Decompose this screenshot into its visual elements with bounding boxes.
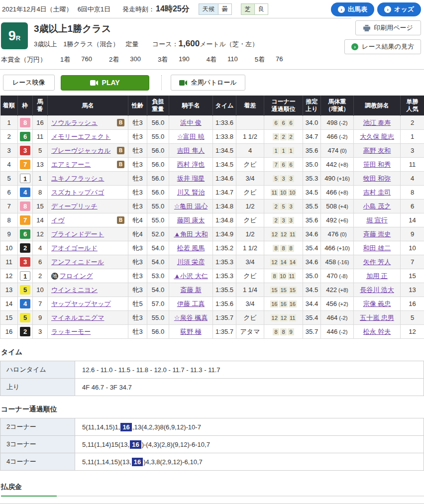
frame-cell: 8 [18,200,33,213]
last-3f: 35.4 [303,241,321,255]
horse-link[interactable]: ディープリッチ [51,202,98,211]
trainer-link[interactable]: 吉村 圭司 [363,189,391,196]
horse-link[interactable]: ウインミニヨン [51,286,98,295]
jockey-link[interactable]: 坂井 瑠星 [177,175,205,182]
horse-link[interactable]: ラッキーモー [51,327,91,336]
finish-position: 6 [0,186,18,200]
horse-link[interactable]: イヴ [51,216,65,225]
frame-number-badge: 5 [20,313,30,322]
winner-highlight: 16 [130,440,141,449]
horse-number: 10 [33,283,48,297]
trainer-cell: 松永 幹夫 [354,325,401,339]
play-button[interactable]: PLAY [61,75,149,91]
jockey-link[interactable]: 西村 淳也 [177,161,205,168]
trainer-link[interactable]: 笹田 和秀 [363,161,391,168]
horse-link[interactable]: エアミアーニ [51,160,91,169]
jockey-link[interactable]: 川須 栄彦 [177,258,205,266]
margin: 3/4 [236,255,264,269]
horse-link[interactable]: フロイング [60,272,93,281]
trainer-link[interactable]: 高野 友和 [363,147,391,154]
trainer-link[interactable]: 和田 雄二 [363,244,391,252]
finish-time: 1:35.7 [213,325,236,339]
horse-link[interactable]: ヤップヤップヤップ [51,300,111,308]
time-row: 上り 4F 46.7 - 3F 34.7 [0,379,424,396]
finish-position: 5 [0,172,18,186]
jockey-link[interactable]: 伊藤 工真 [177,300,205,307]
trainer-link[interactable]: 五十嵐 忠男 [360,314,394,321]
carried-weight: 55.0 [147,311,169,325]
carried-weight: 56.0 [147,116,169,130]
jockey-cell: 伊藤 工真 [169,297,213,311]
column-header: 負担重量 [147,96,169,116]
horse-link[interactable]: アオイゴールド [51,244,98,253]
jockey-link[interactable]: ☆富田 暁 [177,133,204,140]
jockey-link[interactable]: 浜中 俊 [180,119,202,126]
horse-link[interactable]: メモリーエフェクト [51,132,110,141]
margin: 1 1/2 [236,130,264,144]
horse-link[interactable]: アンフィニドール [51,258,104,267]
horse-link[interactable]: ブレーヴジャッカル [51,146,110,155]
frame-number-badge: 8 [20,202,30,211]
jockey-link[interactable]: 藤岡 康太 [177,216,205,224]
jockey-link[interactable]: 川又 賢治 [177,189,205,196]
jockey-link[interactable]: ☆亀田 温心 [174,202,208,210]
win-popularity: 6 [401,200,424,213]
horse-link[interactable]: ソウルラッシュ [51,118,98,127]
horse-name-cell: アオイゴールド [48,241,128,255]
jockey-cell: 吉田 隼人 [169,144,213,158]
horse-link[interactable]: ブラインドデート [51,230,104,239]
frame-number-badge: 3 [20,146,30,155]
jockey-link[interactable]: 松若 風馬 [177,244,205,252]
print-page-button[interactable]: 印刷用ページ [355,20,421,35]
trainer-link[interactable]: 大久保 龍志 [360,133,394,140]
horse-link[interactable]: ユキノフラッシュ [51,174,104,183]
horse-link[interactable]: スズカトップバゴ [51,188,104,197]
race-conditions: 3歳以上 1勝クラス（混合） 定量 コース：1,600メートル（芝・左） [34,39,258,49]
camera-icon [179,80,187,86]
trainer-link[interactable]: 小島 茂之 [363,202,391,210]
column-header: タイム [213,96,236,116]
trainer-link[interactable]: 斉藤 崇史 [363,230,391,238]
jockey-link[interactable]: ☆泉谷 楓真 [174,314,208,321]
trainer-link[interactable]: 加用 正 [366,272,388,280]
prize-items: 1着7602着3003着1904着1105着76 [60,55,300,64]
horse-link[interactable]: マイネルエニグマ [51,313,104,322]
margin: クビ [236,186,264,200]
sex-age: 牡3 [128,144,147,158]
jockey-cell: 斎藤 新 [169,283,213,297]
result-guide-button[interactable]: › レース結果の見方 [344,39,421,54]
trainer-link[interactable]: 堀 宣行 [366,216,388,224]
jockey-link[interactable]: ▲小沢 大仁 [174,272,208,280]
jockey-link[interactable]: ▲角田 大和 [174,230,208,238]
jockey-link[interactable]: 荻野 極 [180,328,202,335]
finish-time: 1:34.5 [213,144,236,158]
body-weight: 492(+6) [321,213,354,227]
last-3f: 35.0 [303,269,321,283]
carried-weight: 53.0 [147,269,169,283]
sex-age: 牡3 [128,311,147,325]
frame-cell: 4 [18,186,33,200]
patrol-video-button[interactable]: 全周パトロール [171,75,245,91]
shutsuba-button[interactable]: › 出馬表 [331,2,374,16]
finish-time: 1:34.6 [213,172,236,186]
trainer-link[interactable]: 矢作 芳人 [363,258,391,266]
frame-cell: 2 [18,241,33,255]
odds-button[interactable]: › オッズ [377,2,421,16]
trainer-link[interactable]: 牧田 和弥 [363,175,391,182]
last-3f: 34.0 [303,116,321,130]
finish-time: 1:34.8 [213,200,236,213]
sex-age: 牡3 [128,269,147,283]
margin: クビ [236,213,264,227]
race-video-button[interactable]: レース映像 [3,75,55,91]
trainer-cell: 池江 泰寿 [354,116,401,130]
carried-weight: 52.0 [147,227,169,241]
trainer-link[interactable]: 宗像 義忠 [363,300,391,307]
jockey-link[interactable]: 斎藤 新 [180,286,202,294]
sex-age: 牡3 [128,200,147,213]
trainer-link[interactable]: 松永 幹夫 [363,328,391,335]
jockey-link[interactable]: 吉田 隼人 [177,147,205,154]
win-popularity: 9 [401,227,424,241]
trainer-link[interactable]: 長谷川 浩大 [360,286,394,294]
horse-name-cell: エアミアーニB [48,158,128,172]
trainer-link[interactable]: 池江 泰寿 [363,119,391,126]
